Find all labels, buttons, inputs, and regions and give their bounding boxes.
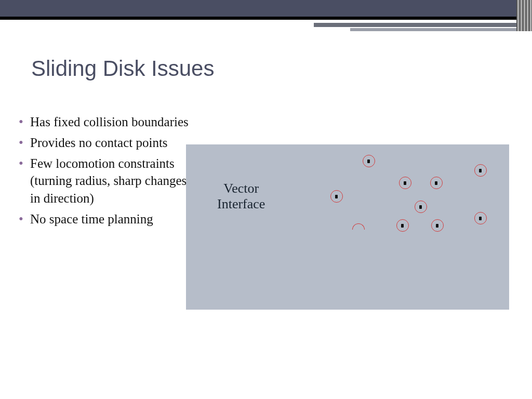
accent-bars (298, 20, 532, 31)
bullet-item: Has fixed collision boundaries (19, 113, 190, 131)
top-band (0, 0, 532, 17)
diagram-panel: Vector Interface (186, 144, 509, 310)
agent-marker-partial (352, 223, 365, 236)
bullet-list: Has fixed collision boundaries Provides … (19, 113, 190, 231)
accent-bar-light (350, 28, 532, 31)
agent-marker (396, 219, 409, 232)
diagram-label-line2: Interface (217, 196, 265, 211)
bullet-item: No space time planning (19, 210, 190, 228)
agent-marker (415, 201, 427, 213)
right-edge-stripes (516, 0, 532, 31)
bullet-item: Few locomotion constraints (turning radi… (19, 155, 190, 207)
agent-marker (474, 164, 487, 177)
agent-marker (363, 155, 375, 167)
accent-bar-dark (314, 23, 532, 27)
agent-marker (430, 177, 443, 189)
diagram-label-line1: Vector (223, 181, 259, 196)
diagram-label: Vector Interface (217, 181, 265, 212)
agent-marker (474, 212, 487, 224)
slide-title: Sliding Disk Issues (31, 56, 214, 81)
agent-marker (330, 190, 343, 203)
bullet-item: Provides no contact points (19, 134, 190, 152)
agent-marker (399, 177, 411, 189)
agent-marker (431, 219, 444, 232)
